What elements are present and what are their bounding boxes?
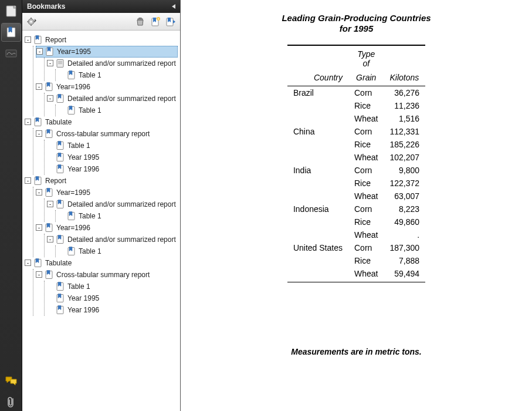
table-row: Rice49,860: [287, 215, 425, 228]
bookmark-item[interactable]: -Year=1995: [36, 46, 178, 58]
cell-country: India: [287, 164, 348, 177]
bookmark-item[interactable]: -Tabulate: [25, 116, 178, 128]
bookmark-item[interactable]: Year 1996: [47, 304, 178, 316]
cell-kilotons: 185,226: [384, 138, 425, 151]
page-thumbnail-icon: [6, 5, 16, 17]
bookmark-item[interactable]: Table 1: [58, 245, 178, 257]
panel-toolbar: [22, 13, 180, 31]
cell-country: [287, 112, 348, 125]
bookmark-item[interactable]: Table 1: [47, 281, 178, 292]
collapse-panel-icon[interactable]: [172, 4, 175, 9]
bookmark-page-icon: [33, 117, 43, 127]
tree-expander-icon[interactable]: -: [36, 271, 42, 278]
comments-tab[interactable]: [2, 372, 21, 390]
tree-expander-icon[interactable]: -: [47, 95, 53, 102]
bookmark-item[interactable]: Year 1995: [47, 292, 178, 304]
signature-tab[interactable]: [2, 45, 21, 62]
bookmark-item[interactable]: Table 1: [58, 69, 178, 81]
speech-bubbles-icon: [5, 376, 17, 386]
cell-country: Indonesia: [287, 203, 348, 215]
tree-expander-icon[interactable]: -: [25, 260, 31, 266]
bookmark-page-icon: [33, 35, 43, 45]
bookmark-label: Report: [45, 35, 177, 45]
bookmark-label: Year=1996: [56, 223, 177, 233]
bookmark-item[interactable]: -Cross-tabular summary report: [36, 128, 178, 140]
attachments-tab[interactable]: [2, 393, 21, 411]
svg-rect-18: [58, 62, 62, 63]
bookmark-item[interactable]: -Report: [25, 175, 178, 187]
bookmark-page-icon: [67, 247, 76, 256]
tree-expander-icon[interactable]: -: [36, 130, 42, 137]
svg-rect-10: [139, 18, 141, 19]
tree-expander-icon[interactable]: -: [36, 189, 42, 196]
bookmark-item[interactable]: -Year=1995: [36, 187, 178, 198]
bookmark-item[interactable]: -Cross-tabular summary report: [36, 269, 178, 281]
document-viewport[interactable]: Leading Grain-Producing Countries for 19…: [181, 0, 532, 411]
cell-grain: Wheat: [348, 112, 384, 125]
bookmark-page-icon: [45, 129, 54, 139]
bookmark-item[interactable]: -Detailed and/or summarized report: [47, 198, 178, 210]
grain-table: Type of Country Grain Kilotons BrazilCor…: [287, 45, 425, 282]
bookmark-item[interactable]: -Year=1996: [36, 81, 178, 93]
cell-grain: Rice: [348, 254, 384, 267]
bookmarks-panel: Bookmarks: [22, 0, 181, 411]
bookmark-item[interactable]: Table 1: [47, 140, 178, 151]
bookmark-item[interactable]: -Year=1996: [36, 222, 178, 234]
tree-expander-icon[interactable]: -: [25, 177, 31, 184]
bookmark-item[interactable]: Year 1996: [47, 163, 178, 175]
bookmark-item[interactable]: -Tabulate: [25, 257, 178, 269]
cell-country: [287, 254, 348, 267]
tree-expander-icon[interactable]: -: [47, 236, 53, 242]
cell-grain: Rice: [348, 138, 384, 151]
table-row: Wheat1,516: [287, 112, 425, 125]
tree-expander-icon[interactable]: -: [36, 83, 42, 90]
tree-expander-icon[interactable]: -: [36, 48, 43, 55]
bookmark-label: Cross-tabular summary report: [56, 270, 177, 279]
bookmark-item[interactable]: Table 1: [58, 105, 178, 116]
tree-expander-icon[interactable]: -: [25, 119, 31, 125]
options-menu-button[interactable]: [26, 16, 38, 28]
tree-expander-placeholder: [47, 295, 53, 301]
bookmark-page-icon: [5, 26, 17, 38]
bookmark-label: Year=1995: [57, 47, 177, 56]
table-row: Wheat102,207: [287, 151, 425, 164]
delete-bookmark-button[interactable]: [134, 16, 146, 28]
bookmark-page-icon: [67, 106, 76, 115]
tree-expander-placeholder: [58, 248, 65, 254]
table-row: United StatesCorn187,300: [287, 241, 425, 254]
table-row: Wheat63,007: [287, 190, 425, 203]
bookmark-page-icon: [67, 70, 76, 80]
table-row: Wheat59,494: [287, 267, 425, 282]
bookmark-item[interactable]: Year 1995: [47, 151, 178, 163]
tree-expander-placeholder: [58, 107, 65, 113]
table-row: IndonesiaCorn8,223: [287, 203, 425, 215]
bookmark-item[interactable]: Table 1: [58, 210, 178, 222]
bookmark-label: Detailed and/or summarized report: [67, 59, 177, 68]
bookmark-item[interactable]: -Report: [25, 34, 178, 46]
bookmark-item[interactable]: -Detailed and/or summarized report: [47, 234, 178, 245]
bookmark-label: Table 1: [79, 211, 177, 221]
bookmark-label: Cross-tabular summary report: [56, 129, 177, 139]
bookmark-page-icon: [56, 200, 65, 209]
bookmarks-tab[interactable]: [2, 23, 21, 41]
bookmark-item[interactable]: -Detailed and/or summarized report: [47, 58, 178, 69]
tree-expander-placeholder: [58, 213, 65, 219]
cell-kilotons: 9,800: [384, 164, 425, 177]
bookmark-page-icon: [56, 235, 65, 244]
tree-expander-icon[interactable]: -: [25, 36, 31, 43]
tree-expander-icon[interactable]: -: [36, 224, 42, 231]
cell-grain: Corn: [348, 203, 384, 215]
bookmark-item[interactable]: -Detailed and/or summarized report: [47, 93, 178, 105]
tree-expander-icon[interactable]: -: [47, 201, 53, 207]
bookmarks-tree[interactable]: -Report-Year=1995-Detailed and/or summar…: [22, 31, 180, 411]
expand-bookmark-button[interactable]: [165, 16, 177, 28]
tree-expander-placeholder: [58, 72, 65, 78]
table-row: ChinaCorn112,331: [287, 125, 425, 138]
new-bookmark-button[interactable]: [150, 16, 161, 28]
bookmark-page-icon: [45, 270, 54, 279]
tree-expander-icon[interactable]: -: [47, 60, 53, 66]
cell-country: [287, 177, 348, 190]
thumbnails-tab[interactable]: [2, 2, 21, 20]
tree-expander-placeholder: [47, 154, 53, 160]
table-row: Rice11,236: [287, 99, 425, 112]
